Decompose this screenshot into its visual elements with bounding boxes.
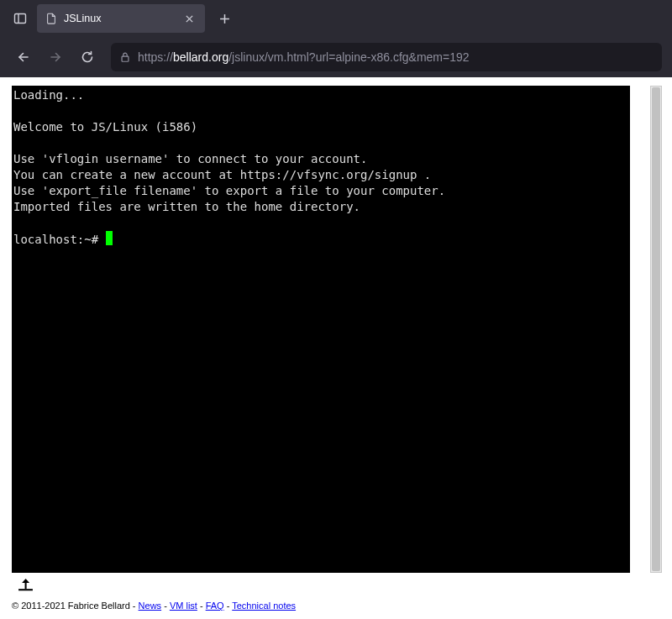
terminal-output: Loading... Welcome to JS/Linux (i586) Us… [13,88,445,213]
footer-link-technotes[interactable]: Technical notes [232,601,296,611]
tab-bar: JSLinux [0,0,672,37]
arrow-right-icon [49,50,62,64]
svg-rect-0 [15,14,26,24]
upload-icon [18,579,33,591]
lock-icon [119,51,131,63]
close-icon [185,14,194,24]
terminal-scrollbar[interactable] [650,86,662,573]
footer-sep: - [197,601,206,611]
svg-rect-9 [18,589,33,590]
forward-button[interactable] [42,44,69,71]
footer-link-faq[interactable]: FAQ [206,601,224,611]
url-path: /jslinux/vm.html?url=alpine-x86.cfg&mem=… [228,50,469,64]
terminal-container: Loading... Welcome to JS/Linux (i586) Us… [0,77,672,575]
upload-button[interactable] [0,575,672,594]
new-tab-button[interactable] [212,6,237,31]
svg-marker-11 [22,579,29,583]
page-footer: © 2011-2021 Fabrice Bellard - News - VM … [0,594,672,619]
browser-chrome: JSLinux [0,0,672,77]
panel-icon [13,12,27,25]
plus-icon [219,13,230,24]
page-icon [45,13,57,24]
address-bar[interactable]: https://bellard.org/jslinux/vm.html?url=… [111,43,662,71]
terminal[interactable]: Loading... Welcome to JS/Linux (i586) Us… [12,86,630,573]
browser-tab[interactable]: JSLinux [37,4,205,33]
back-button[interactable] [10,44,37,71]
url-text: https://bellard.org/jslinux/vm.html?url=… [138,50,470,64]
sidebar-toggle-button[interactable] [7,5,34,32]
url-host: bellard.org [173,50,228,64]
footer-sep: - [161,601,170,611]
tab-close-button[interactable] [181,11,197,26]
reload-icon [81,50,94,64]
footer-link-vmlist[interactable]: VM list [170,601,197,611]
scrollbar-thumb[interactable] [652,87,660,571]
terminal-cursor [106,231,113,245]
page-content: Loading... Welcome to JS/Linux (i586) Us… [0,77,672,619]
tab-title: JSLinux [64,13,175,24]
svg-rect-8 [122,56,129,61]
nav-bar: https://bellard.org/jslinux/vm.html?url=… [0,37,672,77]
footer-link-news[interactable]: News [139,601,162,611]
footer-copyright: © 2011-2021 Fabrice Bellard - [12,601,139,611]
url-protocol: https:// [138,50,173,64]
reload-button[interactable] [74,44,101,71]
terminal-prompt: localhost:~# [13,233,106,246]
arrow-left-icon [17,50,30,64]
footer-sep: - [224,601,233,611]
